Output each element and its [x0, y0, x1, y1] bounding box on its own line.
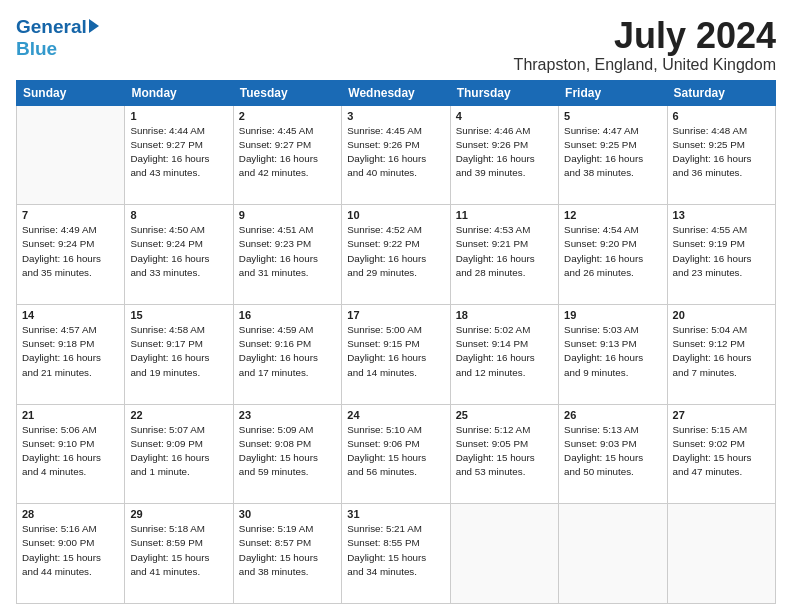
- calendar-cell: 1Sunrise: 4:44 AM Sunset: 9:27 PM Daylig…: [125, 105, 233, 205]
- day-info: Sunrise: 4:54 AM Sunset: 9:20 PM Dayligh…: [564, 223, 661, 280]
- day-number: 1: [130, 110, 227, 122]
- day-info: Sunrise: 5:04 AM Sunset: 9:12 PM Dayligh…: [673, 323, 770, 380]
- day-info: Sunrise: 4:58 AM Sunset: 9:17 PM Dayligh…: [130, 323, 227, 380]
- calendar-cell: 8Sunrise: 4:50 AM Sunset: 9:24 PM Daylig…: [125, 205, 233, 305]
- day-number: 14: [22, 309, 119, 321]
- calendar-cell: 30Sunrise: 5:19 AM Sunset: 8:57 PM Dayli…: [233, 504, 341, 604]
- day-number: 27: [673, 409, 770, 421]
- day-info: Sunrise: 4:46 AM Sunset: 9:26 PM Dayligh…: [456, 124, 553, 181]
- calendar-cell: 3Sunrise: 4:45 AM Sunset: 9:26 PM Daylig…: [342, 105, 450, 205]
- day-number: 26: [564, 409, 661, 421]
- calendar-cell: 2Sunrise: 4:45 AM Sunset: 9:27 PM Daylig…: [233, 105, 341, 205]
- day-number: 22: [130, 409, 227, 421]
- day-number: 23: [239, 409, 336, 421]
- day-number: 16: [239, 309, 336, 321]
- calendar-cell: 17Sunrise: 5:00 AM Sunset: 9:15 PM Dayli…: [342, 304, 450, 404]
- day-info: Sunrise: 4:45 AM Sunset: 9:27 PM Dayligh…: [239, 124, 336, 181]
- calendar-cell: 21Sunrise: 5:06 AM Sunset: 9:10 PM Dayli…: [17, 404, 125, 504]
- day-number: 25: [456, 409, 553, 421]
- calendar-cell: [450, 504, 558, 604]
- day-info: Sunrise: 4:50 AM Sunset: 9:24 PM Dayligh…: [130, 223, 227, 280]
- calendar-week-row: 21Sunrise: 5:06 AM Sunset: 9:10 PM Dayli…: [17, 404, 776, 504]
- day-info: Sunrise: 4:44 AM Sunset: 9:27 PM Dayligh…: [130, 124, 227, 181]
- calendar-cell: 20Sunrise: 5:04 AM Sunset: 9:12 PM Dayli…: [667, 304, 775, 404]
- calendar-cell: 22Sunrise: 5:07 AM Sunset: 9:09 PM Dayli…: [125, 404, 233, 504]
- day-info: Sunrise: 4:48 AM Sunset: 9:25 PM Dayligh…: [673, 124, 770, 181]
- day-info: Sunrise: 5:10 AM Sunset: 9:06 PM Dayligh…: [347, 423, 444, 480]
- day-info: Sunrise: 5:02 AM Sunset: 9:14 PM Dayligh…: [456, 323, 553, 380]
- day-number: 21: [22, 409, 119, 421]
- day-info: Sunrise: 5:07 AM Sunset: 9:09 PM Dayligh…: [130, 423, 227, 480]
- day-number: 7: [22, 209, 119, 221]
- weekday-header-tuesday: Tuesday: [233, 80, 341, 105]
- calendar-week-row: 14Sunrise: 4:57 AM Sunset: 9:18 PM Dayli…: [17, 304, 776, 404]
- calendar-cell: 13Sunrise: 4:55 AM Sunset: 9:19 PM Dayli…: [667, 205, 775, 305]
- day-info: Sunrise: 4:51 AM Sunset: 9:23 PM Dayligh…: [239, 223, 336, 280]
- day-info: Sunrise: 4:47 AM Sunset: 9:25 PM Dayligh…: [564, 124, 661, 181]
- day-number: 17: [347, 309, 444, 321]
- title-block: July 2024 Thrapston, England, United Kin…: [514, 16, 776, 74]
- main-title: July 2024: [514, 16, 776, 56]
- calendar-cell: 24Sunrise: 5:10 AM Sunset: 9:06 PM Dayli…: [342, 404, 450, 504]
- logo-blue-text: Blue: [16, 38, 57, 60]
- day-number: 11: [456, 209, 553, 221]
- calendar-cell: 11Sunrise: 4:53 AM Sunset: 9:21 PM Dayli…: [450, 205, 558, 305]
- logo-general: General: [16, 16, 87, 38]
- day-number: 15: [130, 309, 227, 321]
- calendar-cell: [17, 105, 125, 205]
- day-number: 5: [564, 110, 661, 122]
- day-number: 2: [239, 110, 336, 122]
- day-info: Sunrise: 5:00 AM Sunset: 9:15 PM Dayligh…: [347, 323, 444, 380]
- day-number: 9: [239, 209, 336, 221]
- calendar-cell: 4Sunrise: 4:46 AM Sunset: 9:26 PM Daylig…: [450, 105, 558, 205]
- calendar-cell: [667, 504, 775, 604]
- calendar-cell: 18Sunrise: 5:02 AM Sunset: 9:14 PM Dayli…: [450, 304, 558, 404]
- calendar-week-row: 28Sunrise: 5:16 AM Sunset: 9:00 PM Dayli…: [17, 504, 776, 604]
- calendar-cell: 28Sunrise: 5:16 AM Sunset: 9:00 PM Dayli…: [17, 504, 125, 604]
- calendar-cell: 10Sunrise: 4:52 AM Sunset: 9:22 PM Dayli…: [342, 205, 450, 305]
- calendar-week-row: 1Sunrise: 4:44 AM Sunset: 9:27 PM Daylig…: [17, 105, 776, 205]
- calendar-week-row: 7Sunrise: 4:49 AM Sunset: 9:24 PM Daylig…: [17, 205, 776, 305]
- calendar-cell: 12Sunrise: 4:54 AM Sunset: 9:20 PM Dayli…: [559, 205, 667, 305]
- day-number: 12: [564, 209, 661, 221]
- logo: General Blue: [16, 16, 99, 60]
- day-number: 8: [130, 209, 227, 221]
- day-info: Sunrise: 5:06 AM Sunset: 9:10 PM Dayligh…: [22, 423, 119, 480]
- day-info: Sunrise: 5:21 AM Sunset: 8:55 PM Dayligh…: [347, 522, 444, 579]
- weekday-header-sunday: Sunday: [17, 80, 125, 105]
- day-number: 3: [347, 110, 444, 122]
- day-number: 20: [673, 309, 770, 321]
- calendar-cell: [559, 504, 667, 604]
- calendar-cell: 31Sunrise: 5:21 AM Sunset: 8:55 PM Dayli…: [342, 504, 450, 604]
- weekday-header-saturday: Saturday: [667, 80, 775, 105]
- weekday-header-friday: Friday: [559, 80, 667, 105]
- calendar-cell: 5Sunrise: 4:47 AM Sunset: 9:25 PM Daylig…: [559, 105, 667, 205]
- day-info: Sunrise: 5:16 AM Sunset: 9:00 PM Dayligh…: [22, 522, 119, 579]
- day-info: Sunrise: 5:18 AM Sunset: 8:59 PM Dayligh…: [130, 522, 227, 579]
- calendar-cell: 7Sunrise: 4:49 AM Sunset: 9:24 PM Daylig…: [17, 205, 125, 305]
- day-number: 30: [239, 508, 336, 520]
- header: General Blue July 2024 Thrapston, Englan…: [16, 16, 776, 74]
- day-info: Sunrise: 4:59 AM Sunset: 9:16 PM Dayligh…: [239, 323, 336, 380]
- day-info: Sunrise: 4:45 AM Sunset: 9:26 PM Dayligh…: [347, 124, 444, 181]
- day-info: Sunrise: 5:03 AM Sunset: 9:13 PM Dayligh…: [564, 323, 661, 380]
- calendar-cell: 14Sunrise: 4:57 AM Sunset: 9:18 PM Dayli…: [17, 304, 125, 404]
- day-info: Sunrise: 4:52 AM Sunset: 9:22 PM Dayligh…: [347, 223, 444, 280]
- calendar-cell: 25Sunrise: 5:12 AM Sunset: 9:05 PM Dayli…: [450, 404, 558, 504]
- day-info: Sunrise: 4:55 AM Sunset: 9:19 PM Dayligh…: [673, 223, 770, 280]
- calendar-cell: 19Sunrise: 5:03 AM Sunset: 9:13 PM Dayli…: [559, 304, 667, 404]
- day-info: Sunrise: 4:53 AM Sunset: 9:21 PM Dayligh…: [456, 223, 553, 280]
- day-number: 4: [456, 110, 553, 122]
- calendar-cell: 29Sunrise: 5:18 AM Sunset: 8:59 PM Dayli…: [125, 504, 233, 604]
- calendar-cell: 16Sunrise: 4:59 AM Sunset: 9:16 PM Dayli…: [233, 304, 341, 404]
- day-info: Sunrise: 5:19 AM Sunset: 8:57 PM Dayligh…: [239, 522, 336, 579]
- logo-triangle-icon: [89, 19, 99, 33]
- day-number: 6: [673, 110, 770, 122]
- page: General Blue July 2024 Thrapston, Englan…: [0, 0, 792, 612]
- day-info: Sunrise: 4:57 AM Sunset: 9:18 PM Dayligh…: [22, 323, 119, 380]
- subtitle: Thrapston, England, United Kingdom: [514, 56, 776, 74]
- calendar-cell: 6Sunrise: 4:48 AM Sunset: 9:25 PM Daylig…: [667, 105, 775, 205]
- day-number: 24: [347, 409, 444, 421]
- calendar-cell: 27Sunrise: 5:15 AM Sunset: 9:02 PM Dayli…: [667, 404, 775, 504]
- day-info: Sunrise: 5:13 AM Sunset: 9:03 PM Dayligh…: [564, 423, 661, 480]
